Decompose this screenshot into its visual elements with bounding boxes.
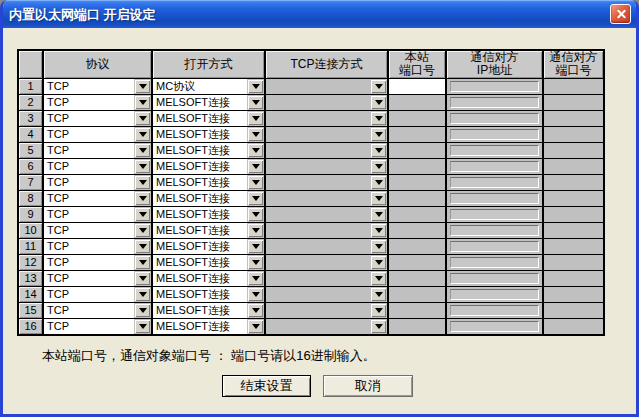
protocol-dropdown[interactable]: TCP — [44, 79, 151, 94]
dropdown-button[interactable] — [135, 320, 150, 333]
tcp-method-dropdown[interactable] — [266, 271, 387, 286]
dropdown-button[interactable] — [371, 224, 386, 237]
protocol-dropdown[interactable]: TCP — [44, 159, 151, 174]
dropdown-button[interactable] — [135, 208, 150, 221]
dropdown-button[interactable] — [248, 288, 263, 301]
dropdown-button[interactable] — [135, 224, 150, 237]
tcp-method-dropdown[interactable] — [266, 303, 387, 318]
protocol-dropdown[interactable]: TCP — [44, 287, 151, 302]
finish-settings-button[interactable]: 结束设置 — [222, 375, 311, 397]
tcp-method-dropdown[interactable] — [266, 175, 387, 190]
local-port-input[interactable] — [388, 78, 446, 94]
open-method-dropdown[interactable]: MELSOFT连接 — [153, 223, 264, 238]
open-method-dropdown[interactable]: MELSOFT连接 — [153, 303, 264, 318]
tcp-method-dropdown[interactable] — [266, 79, 387, 94]
dropdown-button[interactable] — [135, 112, 150, 125]
dropdown-button[interactable] — [248, 160, 263, 173]
open-method-dropdown[interactable]: MELSOFT连接 — [153, 159, 264, 174]
protocol-dropdown[interactable]: TCP — [44, 143, 151, 158]
dropdown-button[interactable] — [135, 160, 150, 173]
dropdown-button[interactable] — [371, 112, 386, 125]
tcp-method-dropdown[interactable] — [266, 319, 387, 334]
open-method-dropdown[interactable]: MELSOFT连接 — [153, 143, 264, 158]
dropdown-button[interactable] — [371, 320, 386, 333]
dropdown-button[interactable] — [248, 224, 263, 237]
protocol-dropdown[interactable]: TCP — [44, 303, 151, 318]
protocol-dropdown[interactable]: TCP — [44, 255, 151, 270]
dropdown-button[interactable] — [135, 192, 150, 205]
protocol-dropdown[interactable]: TCP — [44, 223, 151, 238]
tcp-method-dropdown[interactable] — [266, 111, 387, 126]
dropdown-button[interactable] — [371, 96, 386, 109]
protocol-dropdown[interactable]: TCP — [44, 111, 151, 126]
tcp-method-dropdown[interactable] — [266, 159, 387, 174]
dropdown-button[interactable] — [135, 240, 150, 253]
tcp-method-dropdown[interactable] — [266, 95, 387, 110]
protocol-dropdown[interactable]: TCP — [44, 175, 151, 190]
dropdown-button[interactable] — [248, 256, 263, 269]
dropdown-button[interactable] — [135, 144, 150, 157]
tcp-method-dropdown[interactable] — [266, 127, 387, 142]
dropdown-button[interactable] — [248, 96, 263, 109]
open-method-dropdown[interactable]: MELSOFT连接 — [153, 127, 264, 142]
dropdown-button[interactable] — [135, 304, 150, 317]
protocol-dropdown[interactable]: TCP — [44, 191, 151, 206]
cancel-button[interactable]: 取消 — [323, 375, 413, 397]
dropdown-button[interactable] — [248, 304, 263, 317]
tcp-method-dropdown[interactable] — [266, 207, 387, 222]
dropdown-button[interactable] — [371, 176, 386, 189]
open-method-dropdown[interactable]: MELSOFT连接 — [153, 207, 264, 222]
open-method-dropdown[interactable]: MELSOFT连接 — [153, 95, 264, 110]
dropdown-button[interactable] — [371, 272, 386, 285]
dropdown-button[interactable] — [248, 208, 263, 221]
dropdown-button[interactable] — [135, 272, 150, 285]
tcp-method-dropdown[interactable] — [266, 239, 387, 254]
dropdown-button[interactable] — [371, 128, 386, 141]
open-method-dropdown[interactable]: MC协议 — [153, 79, 264, 94]
dropdown-button[interactable] — [248, 80, 263, 93]
dropdown-button[interactable] — [135, 80, 150, 93]
dropdown-button[interactable] — [248, 112, 263, 125]
protocol-dropdown[interactable]: TCP — [44, 239, 151, 254]
dropdown-button[interactable] — [135, 176, 150, 189]
dropdown-button[interactable] — [371, 144, 386, 157]
dropdown-button[interactable] — [371, 256, 386, 269]
protocol-dropdown[interactable]: TCP — [44, 207, 151, 222]
open-method-dropdown[interactable]: MELSOFT连接 — [153, 175, 264, 190]
protocol-dropdown[interactable]: TCP — [44, 319, 151, 334]
dropdown-button[interactable] — [248, 144, 263, 157]
dropdown-button[interactable] — [248, 240, 263, 253]
tcp-method-dropdown[interactable] — [266, 255, 387, 270]
dropdown-button[interactable] — [248, 192, 263, 205]
dropdown-button[interactable] — [248, 272, 263, 285]
open-method-dropdown[interactable]: MELSOFT连接 — [153, 239, 264, 254]
dropdown-button[interactable] — [248, 128, 263, 141]
dropdown-button[interactable] — [371, 192, 386, 205]
dropdown-button[interactable] — [371, 208, 386, 221]
titlebar[interactable]: 内置以太网端口 开启设定 — [0, 0, 639, 28]
open-method-dropdown[interactable]: MELSOFT连接 — [153, 271, 264, 286]
protocol-dropdown[interactable]: TCP — [44, 95, 151, 110]
dropdown-button[interactable] — [135, 288, 150, 301]
dropdown-button[interactable] — [135, 128, 150, 141]
tcp-method-dropdown[interactable] — [266, 223, 387, 238]
dropdown-button[interactable] — [371, 304, 386, 317]
dropdown-button[interactable] — [248, 320, 263, 333]
protocol-dropdown[interactable]: TCP — [44, 271, 151, 286]
open-method-dropdown[interactable]: MELSOFT连接 — [153, 111, 264, 126]
dropdown-button[interactable] — [371, 288, 386, 301]
open-method-dropdown[interactable]: MELSOFT连接 — [153, 255, 264, 270]
dropdown-button[interactable] — [371, 160, 386, 173]
dropdown-button[interactable] — [135, 96, 150, 109]
tcp-method-dropdown[interactable] — [266, 287, 387, 302]
close-button[interactable] — [610, 4, 631, 24]
protocol-dropdown[interactable]: TCP — [44, 127, 151, 142]
open-method-dropdown[interactable]: MELSOFT连接 — [153, 319, 264, 334]
dropdown-button[interactable] — [135, 256, 150, 269]
open-method-dropdown[interactable]: MELSOFT连接 — [153, 287, 264, 302]
tcp-method-dropdown[interactable] — [266, 191, 387, 206]
dropdown-button[interactable] — [371, 80, 386, 93]
open-method-dropdown[interactable]: MELSOFT连接 — [153, 191, 264, 206]
dropdown-button[interactable] — [371, 240, 386, 253]
dropdown-button[interactable] — [248, 176, 263, 189]
